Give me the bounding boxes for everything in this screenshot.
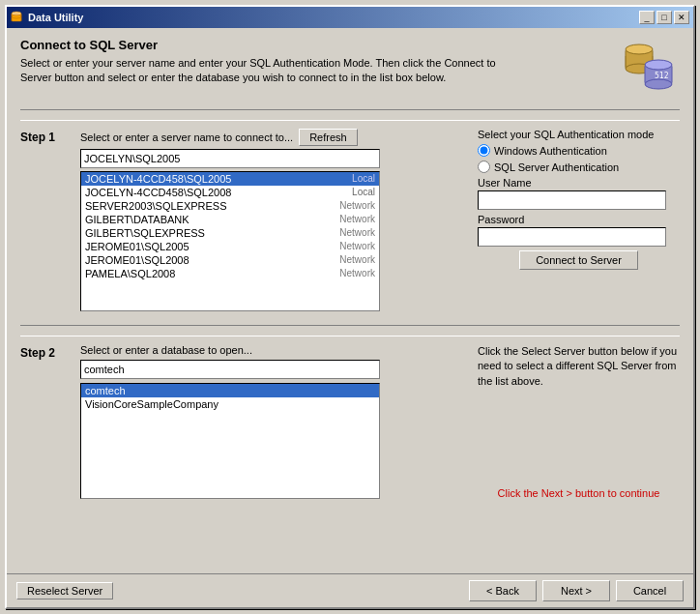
step2-description: Select or enter a database to open... [80,344,462,356]
svg-text:512: 512 [655,72,669,80]
server-listbox[interactable]: JOCELYN-4CCD458\SQL2005 Local JOCELYN-4C… [80,171,380,311]
main-window: Data Utility _ □ ✕ Connect to SQL Server… [5,5,695,609]
app-icon [11,11,24,24]
auth-radio-group: Windows Authentication SQL Server Authen… [478,144,680,173]
back-button[interactable]: < Back [469,580,537,601]
step2-row: Step 2 Select or enter a database to ope… [20,344,680,564]
sql-auth-option[interactable]: SQL Server Authentication [478,161,680,173]
db-list-item[interactable]: VisionCoreSampleCompany [81,397,379,411]
close-button[interactable]: ✕ [674,11,689,24]
list-item[interactable]: GILBERT\DATABANK Network [81,213,379,226]
refresh-button[interactable]: Refresh [299,129,358,146]
reselect-server-button[interactable]: Reselect Server [16,582,113,599]
step1-label: Step 1 [20,129,69,144]
list-item[interactable]: JOCELYN-4CCD458\SQL2005 Local [81,172,379,186]
windows-auth-radio[interactable] [478,144,490,157]
svg-point-11 [645,60,672,70]
windows-auth-option[interactable]: Windows Authentication [478,144,680,157]
page-title: Connect to SQL Server [20,38,504,52]
click-next-text: Click the Next > button to continue [478,487,680,499]
step2-info-text: Click the Select Server button below if … [478,344,680,389]
list-item[interactable]: JEROME01\SQL2005 Network [81,240,379,253]
page-description: Select or enter your server name and ent… [20,56,504,86]
title-bar: Data Utility _ □ ✕ [7,7,693,28]
db-list-item[interactable]: comtech [81,384,379,397]
header-icon-area: 512 [618,38,680,100]
list-item[interactable]: JOCELYN-4CCD458\SQL2008 Local [81,186,379,199]
list-item[interactable]: JEROME01\SQL2008 Network [81,253,379,267]
svg-point-6 [626,44,653,54]
list-item[interactable]: PAMELA\SQL2008 Network [81,267,379,280]
sql-auth-radio[interactable] [478,161,490,173]
db-listbox[interactable]: comtech VisionCoreSampleCompany [80,383,380,499]
connect-button[interactable]: Connect to Server [519,250,638,270]
auth-title: Select your SQL Authentication mode [478,129,680,140]
password-label: Password [478,214,680,225]
database-icon: 512 [618,38,680,100]
window-title: Data Utility [28,12,83,23]
step1-description: Select or enter a server name to connect… [80,132,293,143]
step1-row: Step 1 Select or enter a server name to … [20,129,680,311]
list-item[interactable]: SERVER2003\SQLEXPRESS Network [81,199,379,213]
password-input[interactable] [478,227,666,247]
username-input[interactable] [478,190,666,210]
step-divider [20,325,680,326]
header-divider [20,109,680,110]
username-label: User Name [478,177,680,189]
list-item[interactable]: GILBERT\SQLEXPRESS Network [81,226,379,240]
db-input[interactable] [80,360,380,379]
content-area: Connect to SQL Server Select or enter yo… [7,28,693,573]
header-section: Connect to SQL Server Select or enter yo… [20,38,680,100]
bottom-bar: Reselect Server < Back Next > Cancel [7,573,693,607]
svg-point-12 [645,79,672,89]
cancel-button[interactable]: Cancel [616,580,684,601]
step2-label: Step 2 [20,344,69,360]
server-input[interactable] [80,149,380,168]
next-button[interactable]: Next > [542,580,610,601]
maximize-button[interactable]: □ [656,11,672,24]
minimize-button[interactable]: _ [639,11,655,24]
